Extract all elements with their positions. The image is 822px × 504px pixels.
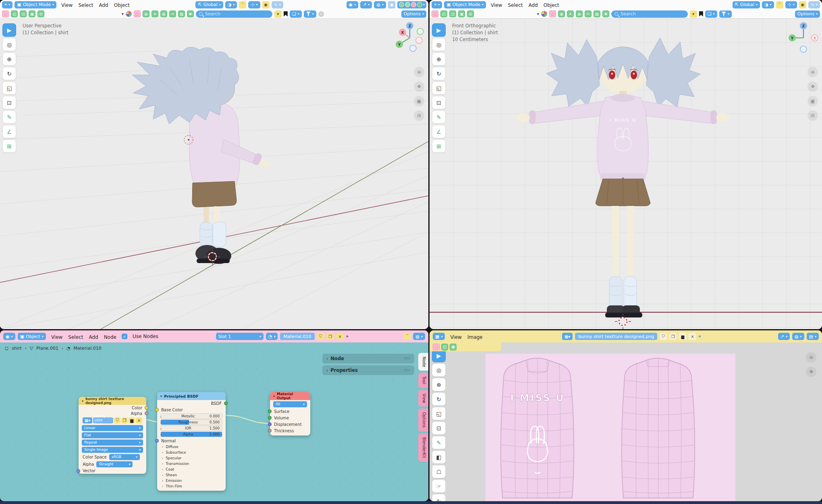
material-output-node[interactable]: ▾Material Output All▾ SurfaceVolumeDispl… [270,392,310,436]
mode-icon-3[interactable]: ◍ [160,10,167,17]
collapsed-section[interactable]: ›Emission [157,478,226,483]
pan-hand-icon[interactable]: ✥ [806,367,816,377]
shader-type-dropdown[interactable]: ▣Object▾ [18,333,46,340]
material-slot-dropdown[interactable]: Slot 1▾ [216,333,264,340]
snap-toggle[interactable]: ⌒ [776,1,783,8]
proportional-edit-toggle[interactable]: ◉ [262,1,270,8]
select-mode-icon-2[interactable]: ◰ [440,10,447,17]
snap-target-dropdown[interactable]: ⊹▾ [248,1,260,8]
mode-dropdown[interactable]: ▣Object Mode▾ [15,1,56,8]
menu-item[interactable]: View [58,2,75,8]
node-panel-header[interactable]: ›Node∷∷ [322,354,414,363]
pan-hand-icon[interactable]: ✥ [414,81,424,92]
snap-toggle[interactable]: ⌒ [239,1,246,8]
perspective-grid-icon[interactable]: ⊞ [414,110,424,121]
collapsed-section[interactable]: ›Subsurface [157,450,226,455]
search-options-dropdown[interactable]: ▾ [274,10,282,18]
select-mode-icon-3[interactable]: ◳ [20,10,27,17]
image-name-field[interactable]: bunny shirt textture designed.png [575,333,657,340]
proportional-falloff-dropdown[interactable]: ∿▾ [272,1,283,8]
mode-icon-paint[interactable]: ▢ [549,10,556,17]
node-dropdown[interactable]: Repeat▾ [82,440,143,446]
value-slider[interactable]: IOR1.500 [160,425,222,431]
tool-twist[interactable]: ∿ [432,494,446,501]
material-name-field[interactable]: Material.010 [280,333,314,340]
collapsed-section[interactable]: ›Diffuse [157,444,226,450]
mode-icon-1[interactable]: ◍ [558,10,565,17]
rendered-shading-icon[interactable] [417,2,422,7]
menu-item[interactable]: Add [86,334,101,340]
tool-cursor[interactable]: ◎ [432,38,446,51]
menu-item[interactable]: Select [75,2,96,8]
value-slider[interactable]: Alpha1.000 [160,431,222,437]
normal-input-socket[interactable]: Normal [157,438,226,444]
tool-select-box[interactable]: ▶ [2,23,16,37]
copy-material-icon[interactable]: ❐ [327,333,334,340]
input-socket[interactable]: Surface [270,408,310,415]
value-slider[interactable]: Metallic0.000 [160,413,222,419]
gizmos-dropdown[interactable]: ↗▾ [778,333,790,340]
editor-type-button[interactable]: ⌖▾ [2,1,12,8]
select-mode-icon-4[interactable]: ▣ [458,10,465,17]
menu-item[interactable]: View [447,334,464,340]
bookmark-icon[interactable] [284,11,288,17]
search-options-dropdown[interactable]: ▾ [690,10,697,18]
image-browse-dropdown[interactable]: ▦▾ [83,417,92,423]
visibility-dropdown[interactable]: ◉▾ [347,1,359,8]
tool-pinch[interactable]: ☞ [432,479,446,493]
tool-add-cube[interactable]: ⊞ [2,139,16,153]
mode-icon-5[interactable]: ▤ [178,10,185,17]
filter-dropdown[interactable]: ▾ [719,10,732,18]
select-mode-icon-5[interactable]: ⊡ [37,10,44,17]
tool-rotate[interactable]: ↻ [432,392,446,406]
select-mode-icon-2[interactable]: ◰ [11,10,18,17]
menu-item[interactable]: View [48,334,65,340]
tool-rotate[interactable]: ↻ [432,67,446,80]
pivot-point-dropdown[interactable]: ◑▾ [225,1,237,8]
unlink-icon[interactable]: × [136,417,142,423]
menu-item[interactable]: Select [65,334,86,340]
image-browse-dropdown[interactable]: ▦▾ [562,333,573,340]
select-mode-icon-1[interactable]: ▢ [2,10,9,17]
zoom-icon[interactable]: ⊕ [807,67,818,77]
properties-panel-header[interactable]: ›Properties∷∷ [322,365,414,375]
display-channels-dropdown[interactable]: ▤▾ [807,333,819,340]
menu-item[interactable]: Add [525,2,540,8]
tool-add-cube[interactable]: ⊞ [432,139,446,153]
zoom-icon[interactable]: ⊕ [414,67,424,77]
gizmos-dropdown[interactable]: ↗▾ [360,1,372,8]
value-slider[interactable]: Roughness0.500 [160,419,222,425]
collapsed-section[interactable]: ›Specular [157,455,226,461]
mode-icon-6[interactable]: ✱ [187,10,194,17]
open-folder-icon[interactable]: ▆ [679,333,686,340]
collection-chevron[interactable]: ▾ [122,12,124,16]
collapsed-section[interactable]: ›Transmission [157,461,226,467]
tool-measure[interactable]: ∠ [2,125,16,138]
tool-rotate[interactable]: ↻ [2,67,16,80]
transform-orientation-dropdown[interactable]: ⇱Global▾ [195,1,223,8]
copy-icon[interactable]: ❐ [121,417,128,423]
options-dropdown[interactable]: Options▾ [401,10,426,18]
node-dropdown[interactable]: Flat▾ [82,432,143,438]
uv-select-icon-1[interactable]: ▢ [433,344,440,351]
collection-color-icon[interactable] [126,11,132,17]
mode-icon-2[interactable]: ✦ [152,10,158,17]
image-canvas[interactable]: I MISS U ▶◎⊕↻◱⊡✎◧☖☞∿ ⊕ ✥ [430,342,822,501]
tool-annotate[interactable]: ✎ [2,110,16,124]
editor-type-button[interactable]: ⌖▾ [432,1,442,8]
tool-transform[interactable]: ⊡ [2,96,16,109]
pivot-point-dropdown[interactable]: ◑▾ [762,1,774,8]
snap-toggle[interactable]: ⌒ [403,333,411,340]
perspective-grid-icon[interactable]: ⊞ [807,110,818,121]
mode-icon-5[interactable]: ▤ [594,10,600,17]
filter-dropdown[interactable]: ▾ [304,10,316,18]
bookmark-icon[interactable] [699,11,703,17]
principled-bsdf-node[interactable]: ▾Principled BSDF BSDF Base Color Metalli… [157,392,226,491]
image-name-field[interactable]: bunny shirt text... [93,417,113,423]
viewport-canvas[interactable]: User Perspective (1) Collection | shirt … [0,19,428,329]
pin-icon[interactable]: ⌖ [346,334,349,339]
editor-type-button[interactable]: ▦▾ [433,333,445,340]
camera-view-icon[interactable]: ▣ [807,96,818,106]
collapsed-section[interactable]: ›Sheen [157,472,226,478]
pin-icon[interactable]: ⌖ [698,334,701,339]
